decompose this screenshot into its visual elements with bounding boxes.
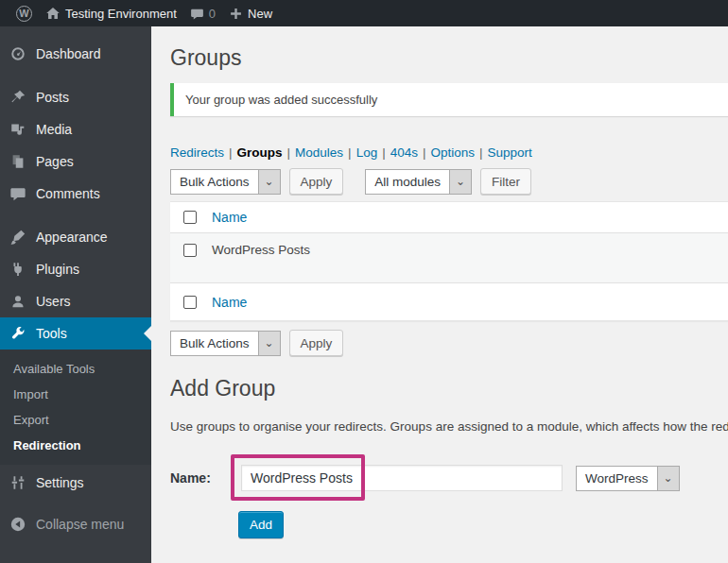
tab-404s[interactable]: 404s — [390, 145, 418, 160]
tools-submenu: Available Tools Import Export Redirectio… — [0, 350, 151, 465]
sidebar-item-label: Media — [36, 122, 72, 137]
sidebar-item-appearance[interactable]: Appearance — [0, 221, 151, 253]
site-name-label: Testing Environment — [65, 7, 177, 21]
bulk-actions-select[interactable]: Bulk Actions ⌄ — [170, 169, 281, 195]
collapse-arrow-icon — [9, 515, 27, 534]
tab-options[interactable]: Options — [430, 145, 475, 160]
module-select-value: WordPress — [577, 467, 657, 490]
main-content: Groups Your group was added successfully… — [151, 26, 728, 563]
all-modules-select[interactable]: All modules ⌄ — [365, 169, 472, 195]
pushpin-icon — [9, 88, 27, 107]
tab-separator: | — [475, 145, 488, 160]
name-column-footer[interactable]: Name — [212, 295, 247, 310]
add-group-description: Use groups to organise your redirects. G… — [170, 419, 728, 434]
row-checkbox[interactable] — [183, 244, 197, 257]
user-icon — [9, 292, 27, 311]
sidebar-item-label: Pages — [36, 154, 74, 169]
tab-groups[interactable]: Groups — [237, 145, 283, 160]
filter-button[interactable]: Filter — [480, 168, 531, 195]
sidebar-item-comments[interactable]: Comments — [0, 178, 151, 210]
sidebar-item-label: Comments — [36, 186, 100, 201]
add-group-form-row: Name: WordPress ⌄ — [170, 465, 728, 491]
sidebar-item-users[interactable]: Users — [0, 285, 151, 317]
name-column-header[interactable]: Name — [212, 210, 247, 225]
bulk-actions-value: Bulk Actions — [171, 332, 258, 355]
sidebar-item-label: Dashboard — [36, 46, 101, 61]
success-notice: Your group was added successfully — [170, 83, 728, 116]
sidebar-item-settings[interactable]: Settings — [0, 467, 151, 499]
tab-separator: | — [418, 145, 431, 160]
admin-bar: W Testing Environment 0 New — [0, 0, 728, 26]
wrench-icon — [9, 324, 27, 343]
sidebar-item-label: Posts — [36, 90, 69, 105]
tab-separator: | — [224, 145, 237, 160]
add-button[interactable]: Add — [238, 511, 284, 538]
chevron-down-icon: ⌄ — [449, 170, 471, 194]
page-title: Groups — [170, 26, 728, 72]
tab-modules[interactable]: Modules — [295, 145, 343, 160]
wordpress-logo-menu[interactable]: W — [9, 0, 39, 26]
home-icon — [45, 6, 61, 21]
select-all-checkbox-footer[interactable] — [183, 296, 197, 309]
submenu-item-export[interactable]: Export — [0, 407, 151, 433]
chevron-down-icon: ⌄ — [258, 170, 280, 194]
plug-icon — [9, 260, 27, 279]
sidebar-item-plugins[interactable]: Plugins — [0, 253, 151, 285]
chevron-down-icon: ⌄ — [657, 467, 679, 490]
group-name-cell: WordPress Posts — [212, 243, 310, 257]
bottom-toolbar: Bulk Actions ⌄ Apply — [170, 330, 728, 356]
comments-indicator[interactable]: 0 — [183, 0, 222, 26]
tab-support[interactable]: Support — [488, 145, 532, 160]
current-menu-arrow — [144, 326, 151, 341]
wordpress-admin-page: W Testing Environment 0 New — [0, 0, 728, 563]
sidebar-item-pages[interactable]: Pages — [0, 145, 151, 178]
media-icon — [9, 120, 27, 139]
apply-button-bottom[interactable]: Apply — [289, 330, 344, 356]
brush-icon — [9, 228, 27, 247]
chevron-down-icon: ⌄ — [258, 332, 280, 355]
module-select[interactable]: WordPress ⌄ — [576, 466, 680, 491]
submenu-item-import[interactable]: Import — [0, 382, 151, 407]
sidebar-item-label: Users — [36, 294, 71, 309]
sidebar-item-posts[interactable]: Posts — [0, 81, 151, 113]
collapse-menu-label: Collapse menu — [36, 517, 124, 532]
tab-redirects[interactable]: Redirects — [170, 145, 224, 160]
comments-icon — [9, 184, 27, 203]
group-name-input[interactable] — [241, 465, 563, 491]
bulk-actions-value: Bulk Actions — [171, 170, 258, 194]
admin-sidebar: Dashboard Posts Media Pages Commen — [0, 26, 151, 563]
all-modules-value: All modules — [366, 170, 449, 194]
table-header-row: Name — [170, 202, 728, 233]
tab-separator: | — [377, 145, 390, 160]
sidebar-item-dashboard[interactable]: Dashboard — [0, 38, 151, 70]
new-content-menu[interactable]: New — [222, 0, 279, 26]
submenu-item-redirection[interactable]: Redirection — [0, 433, 151, 458]
sidebar-item-label: Settings — [36, 475, 84, 490]
top-toolbar: Bulk Actions ⌄ Apply All modules ⌄ Filte… — [170, 168, 728, 195]
submenu-item-available-tools[interactable]: Available Tools — [0, 356, 151, 382]
sidebar-item-label: Appearance — [36, 230, 108, 245]
add-group-title: Add Group — [170, 375, 728, 402]
bulk-actions-select-bottom[interactable]: Bulk Actions ⌄ — [170, 331, 281, 356]
new-label: New — [248, 7, 272, 21]
tab-log[interactable]: Log — [356, 145, 378, 160]
apply-button[interactable]: Apply — [289, 168, 344, 195]
sidebar-item-label: Tools — [36, 326, 67, 341]
site-name-link[interactable]: Testing Environment — [39, 0, 183, 26]
dashboard-icon — [9, 44, 27, 63]
sidebar-item-media[interactable]: Media — [0, 113, 151, 145]
groups-table: Name WordPress Posts Name — [170, 201, 728, 321]
sliders-icon — [9, 473, 27, 492]
collapse-menu-button[interactable]: Collapse menu — [0, 508, 151, 540]
sidebar-item-tools[interactable]: Tools — [0, 317, 151, 350]
pages-icon — [9, 152, 27, 171]
table-row[interactable]: WordPress Posts — [170, 233, 728, 282]
comments-count: 0 — [209, 7, 216, 21]
redirection-tabs: Redirects|Groups|Modules|Log|404s|Option… — [170, 145, 728, 160]
name-field-label: Name: — [170, 470, 241, 486]
tab-separator: | — [343, 145, 356, 160]
wordpress-logo-icon: W — [16, 6, 32, 22]
select-all-checkbox[interactable] — [183, 211, 197, 224]
tab-separator: | — [283, 145, 296, 160]
plus-icon — [229, 7, 243, 21]
